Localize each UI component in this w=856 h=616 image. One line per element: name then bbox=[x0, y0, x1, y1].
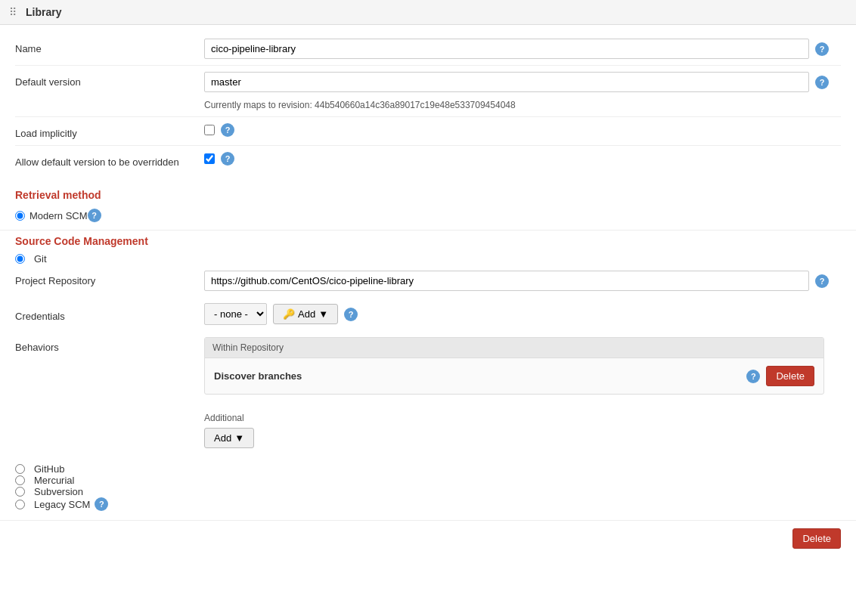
discover-branches-delete-button[interactable]: Delete bbox=[766, 366, 814, 386]
additional-section: Additional Add ▼ bbox=[204, 407, 824, 451]
allow-override-control-area: ? bbox=[204, 152, 841, 166]
credentials-add-button[interactable]: 🔑 Add ▼ bbox=[273, 304, 338, 324]
mercurial-label: Mercurial bbox=[34, 475, 74, 486]
load-implicitly-checkbox[interactable] bbox=[204, 125, 215, 135]
credentials-add-dropdown-arrow: ▼ bbox=[318, 308, 328, 320]
allow-override-row: Allow default version to be overridden ? bbox=[15, 146, 841, 174]
load-implicitly-control-area: ? bbox=[204, 123, 841, 137]
default-version-label: Default version bbox=[15, 72, 204, 88]
retrieval-heading: Retrieval method bbox=[0, 181, 856, 204]
bottom-delete-button[interactable]: Delete bbox=[792, 528, 841, 549]
credentials-label: Credentials bbox=[15, 306, 204, 322]
project-repository-input[interactable] bbox=[204, 271, 809, 291]
github-row: GitHub bbox=[15, 463, 841, 475]
git-row: Git bbox=[15, 253, 841, 265]
additional-add-arrow: ▼ bbox=[234, 432, 244, 444]
modern-scm-help-icon[interactable]: ? bbox=[88, 209, 101, 222]
credentials-help-icon[interactable]: ? bbox=[344, 308, 358, 321]
load-implicitly-label: Load implicitly bbox=[15, 123, 204, 139]
discover-branches-help-icon[interactable]: ? bbox=[746, 370, 760, 383]
load-implicitly-help-icon[interactable]: ? bbox=[221, 123, 234, 137]
project-repository-row: Project Repository ? bbox=[15, 265, 841, 297]
name-control-area: ? bbox=[204, 39, 841, 59]
credentials-control: - none - 🔑 Add ▼ ? bbox=[204, 303, 358, 325]
credentials-add-label: Add bbox=[298, 308, 315, 320]
behaviors-label: Behaviors bbox=[15, 337, 204, 353]
git-radio[interactable] bbox=[15, 254, 25, 264]
modern-scm-row: Modern SCM ? bbox=[0, 204, 856, 227]
default-version-input[interactable] bbox=[204, 72, 809, 92]
legacy-scm-radio[interactable] bbox=[15, 500, 25, 509]
github-radio[interactable] bbox=[15, 464, 25, 474]
additional-label: Additional bbox=[204, 413, 824, 423]
allow-override-help-icon[interactable]: ? bbox=[221, 152, 234, 166]
additional-add-button[interactable]: Add ▼ bbox=[204, 428, 254, 448]
scm-options: Git Project Repository ? Credentials - n… bbox=[0, 250, 856, 514]
name-help-icon[interactable]: ? bbox=[815, 42, 829, 56]
name-section: Name ? Default version ? Currently maps bbox=[0, 25, 856, 181]
subversion-label: Subversion bbox=[34, 486, 83, 497]
project-repository-label: Project Repository bbox=[15, 271, 204, 286]
default-version-help-icon[interactable]: ? bbox=[815, 76, 829, 89]
behaviors-row: Behaviors Within Repository Discover bra… bbox=[15, 331, 841, 457]
drag-icon[interactable]: ⠿ bbox=[9, 6, 21, 18]
discover-branches-label: Discover branches bbox=[214, 370, 302, 382]
modern-scm-label: Modern SCM bbox=[29, 210, 88, 221]
key-icon: 🔑 bbox=[283, 308, 295, 320]
name-input[interactable] bbox=[204, 39, 809, 59]
default-version-row: Default version ? Currently maps to revi… bbox=[15, 66, 841, 117]
default-version-control-area: ? Currently maps to revision: 44b540660a… bbox=[204, 72, 841, 110]
behaviors-control: Within Repository Discover branches ? De… bbox=[204, 337, 824, 451]
legacy-scm-help-icon[interactable]: ? bbox=[95, 497, 108, 511]
legacy-scm-row: Legacy SCM ? bbox=[15, 497, 841, 511]
project-repository-help-icon[interactable]: ? bbox=[815, 274, 829, 288]
behaviors-container: Within Repository Discover branches ? De… bbox=[204, 337, 824, 395]
page-container: ⠿ Library Name ? Default version bbox=[0, 0, 856, 616]
github-label: GitHub bbox=[34, 463, 64, 475]
modern-scm-radio[interactable] bbox=[15, 211, 25, 221]
mercurial-radio[interactable] bbox=[15, 475, 25, 485]
subversion-radio[interactable] bbox=[15, 487, 25, 497]
allow-override-checkbox[interactable] bbox=[204, 153, 215, 164]
scm-heading: Source Code Management bbox=[0, 230, 856, 250]
subversion-row: Subversion bbox=[15, 486, 841, 497]
allow-override-label: Allow default version to be overridden bbox=[15, 152, 204, 168]
credentials-row: Credentials - none - 🔑 Add ▼ ? bbox=[15, 297, 841, 331]
load-implicitly-row: Load implicitly ? bbox=[15, 117, 841, 146]
behaviors-within-label: Within Repository bbox=[205, 338, 823, 358]
name-row: Name ? bbox=[15, 33, 841, 66]
legacy-scm-label: Legacy SCM bbox=[34, 499, 90, 510]
git-label: Git bbox=[34, 253, 47, 265]
additional-add-label: Add bbox=[214, 432, 231, 444]
default-version-hint: Currently maps to revision: 44b540660a14… bbox=[204, 100, 516, 110]
discover-branches-right: ? Delete bbox=[746, 366, 814, 386]
bottom-delete-row: Delete bbox=[0, 520, 856, 556]
header-bar: ⠿ Library bbox=[0, 0, 856, 25]
header-title: Library bbox=[26, 6, 61, 18]
main-form-area: Name ? Default version ? Currently maps bbox=[0, 25, 856, 571]
discover-branches-item: Discover branches ? Delete bbox=[205, 358, 823, 394]
name-label: Name bbox=[15, 39, 204, 54]
credentials-select[interactable]: - none - bbox=[204, 303, 267, 325]
mercurial-row: Mercurial bbox=[15, 475, 841, 486]
